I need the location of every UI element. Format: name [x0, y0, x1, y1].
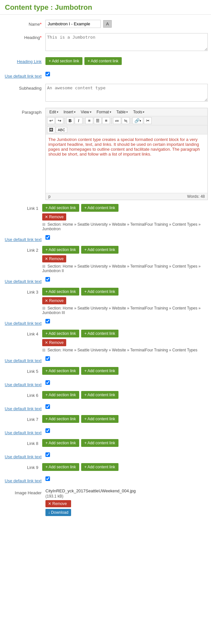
translate-button[interactable]: A: [103, 20, 112, 28]
bold-button[interactable]: B: [66, 117, 74, 124]
links-container: Link 1+ Add section link+ Add content li…: [0, 203, 211, 485]
link-4-wrap: + Add section link+ Add content link✕ Re…: [42, 330, 211, 352]
link-3-path-text: ⊞ Section: Home » Seattle University » W…: [42, 306, 211, 315]
link-1-add-content-button[interactable]: + Add content link: [81, 204, 118, 212]
ul-button[interactable]: ≔: [113, 117, 121, 124]
link-2-default-text-row: Use default link text: [0, 275, 211, 286]
link-7-buttons: + Add section link+ Add content link: [42, 415, 211, 423]
link-8-add-section-button[interactable]: + Add section link: [42, 439, 79, 447]
image-button[interactable]: 🖼: [47, 126, 55, 133]
link-5-row: Link 5+ Add section link+ Add content li…: [0, 366, 211, 377]
toolbar-sep-3: [111, 118, 112, 124]
link-1-label: Link 1: [0, 204, 42, 211]
link-1-default-text-checkbox[interactable]: [45, 235, 50, 240]
name-input[interactable]: [45, 20, 101, 28]
link-9-add-section-button[interactable]: + Add section link: [42, 463, 79, 471]
link-7-default-text-checkbox[interactable]: [45, 428, 50, 433]
link-5-add-content-button[interactable]: + Add content link: [81, 367, 118, 375]
align-center-button[interactable]: ☰: [94, 117, 102, 124]
link-5-wrap: + Add section link+ Add content link: [42, 367, 211, 376]
link-5-default-text-wrap: [45, 380, 208, 385]
spell-check-button[interactable]: ABC: [56, 127, 67, 133]
link-7-add-section-button[interactable]: + Add section link: [42, 415, 79, 423]
link-2-default-text-label: Use default link text: [3, 277, 45, 284]
editor-format-menu[interactable]: Format ▾: [94, 109, 114, 115]
link-2-add-content-button[interactable]: + Add content link: [81, 246, 118, 254]
editor-tools-menu[interactable]: Tools ▾: [131, 109, 147, 115]
link-8-row: Link 8+ Add section link+ Add content li…: [0, 438, 211, 449]
heading-link-wrap: + Add section link + Add content link: [45, 57, 208, 67]
link-7-default-text-row: Use default link text: [0, 426, 211, 437]
link-3-remove-button[interactable]: ✕ Remove: [42, 297, 66, 304]
link-8-add-content-button[interactable]: + Add content link: [81, 439, 118, 447]
ol-button[interactable]: ≒: [122, 117, 130, 124]
link-4-default-text-checkbox[interactable]: [45, 356, 50, 361]
image-header-label: Image Header: [3, 488, 45, 495]
link-4-add-content-button[interactable]: + Add content link: [81, 330, 118, 337]
link-4-remove-button[interactable]: ✕ Remove: [42, 339, 66, 346]
name-field-wrap: A: [45, 20, 208, 28]
paragraph-row: Paragraph Edit ▾ Insert ▾ View ▾ Format …: [0, 106, 211, 202]
link-6-default-text-row: Use default link text: [0, 402, 211, 413]
unlink-button[interactable]: ✂: [144, 117, 152, 124]
link-9-add-content-button[interactable]: + Add content link: [81, 463, 118, 471]
link-6-default-text-checkbox[interactable]: [45, 404, 50, 409]
align-left-button[interactable]: ≡: [85, 117, 93, 124]
heading-default-link-checkbox[interactable]: [45, 72, 50, 76]
link-3-default-text-label: Use default link text: [3, 319, 45, 326]
link-2-remove-button[interactable]: ✕ Remove: [42, 255, 66, 262]
link-4-path-row: ✕ Remove⊞ Section: Home » Seattle Univer…: [42, 339, 211, 352]
link-3-wrap: + Add section link+ Add content link✕ Re…: [42, 288, 211, 315]
link-9-label: Link 9: [0, 463, 42, 470]
editor-table-menu[interactable]: Table ▾: [114, 109, 130, 115]
editor-footer: p Words: 48: [46, 193, 207, 200]
link-7-default-text-wrap: [45, 428, 208, 433]
heading-field-wrap: [45, 33, 208, 52]
link-3-default-text-checkbox[interactable]: [45, 319, 50, 323]
editor-toolbar-1: ↩ ↪ B I ≡ ☰ ≡ ≔ ≒ 🔗 ▾ ✂: [46, 116, 207, 125]
link-1-remove-button[interactable]: ✕ Remove: [42, 213, 66, 221]
link-5-add-section-button[interactable]: + Add section link: [42, 367, 79, 375]
editor-insert-menu[interactable]: Insert ▾: [61, 109, 78, 115]
link-4-add-section-button[interactable]: + Add section link: [42, 330, 79, 337]
link-8-default-text-wrap: [45, 452, 208, 457]
link-6-add-section-button[interactable]: + Add section link: [42, 391, 79, 399]
link-7-add-content-button[interactable]: + Add content link: [81, 415, 118, 423]
link-3-add-content-button[interactable]: + Add content link: [81, 288, 118, 296]
undo-button[interactable]: ↩: [47, 117, 55, 124]
link-9-default-text-label: Use default link text: [3, 476, 45, 483]
toolbar-sep-4: [131, 118, 131, 124]
link-6-add-content-button[interactable]: + Add content link: [81, 391, 118, 399]
link-9-default-text-checkbox[interactable]: [45, 476, 50, 481]
heading-textarea[interactable]: [45, 33, 208, 51]
editor-edit-menu[interactable]: Edit ▾: [47, 109, 61, 115]
link-8-buttons: + Add section link+ Add content link: [42, 439, 211, 447]
image-actions: ✕ Remove ↓ Download: [45, 500, 71, 516]
link-4-buttons: + Add section link+ Add content link: [42, 330, 211, 337]
editor-view-menu[interactable]: View ▾: [79, 109, 94, 115]
link-4-default-text-row: Use default link text: [0, 354, 211, 365]
link-2-add-section-button[interactable]: + Add section link: [42, 246, 79, 254]
heading-link-row: Heading Link + Add section link + Add co…: [0, 55, 211, 69]
italic-button[interactable]: I: [75, 117, 82, 124]
link-1-default-text-wrap: [45, 235, 208, 240]
image-download-button[interactable]: ↓ Download: [45, 509, 71, 516]
heading-add-section-link-button[interactable]: + Add section link: [45, 57, 82, 65]
link-4-section-icon: ⊞: [42, 348, 46, 352]
link-8-default-text-checkbox[interactable]: [45, 452, 50, 457]
subheading-textarea[interactable]: [45, 84, 208, 102]
redo-button[interactable]: ↪: [56, 117, 63, 124]
image-remove-button[interactable]: ✕ Remove: [45, 500, 71, 507]
editor-tag: p: [48, 194, 51, 199]
link-3-add-section-button[interactable]: + Add section link: [42, 288, 79, 296]
link-2-default-text-checkbox[interactable]: [45, 277, 50, 282]
link-button[interactable]: 🔗 ▾: [132, 117, 143, 124]
link-1-add-section-button[interactable]: + Add section link: [42, 204, 79, 212]
image-size: (193.1 kB): [45, 494, 208, 499]
page-title: Content type : Jumbotron: [0, 0, 211, 15]
link-5-default-text-checkbox[interactable]: [45, 380, 50, 385]
link-7-label: Link 7: [0, 415, 42, 422]
editor-content-area[interactable]: The Jumbotron content type creates a spe…: [46, 134, 207, 193]
align-right-button[interactable]: ≡: [102, 117, 110, 124]
heading-add-content-link-button[interactable]: + Add content link: [84, 57, 122, 65]
